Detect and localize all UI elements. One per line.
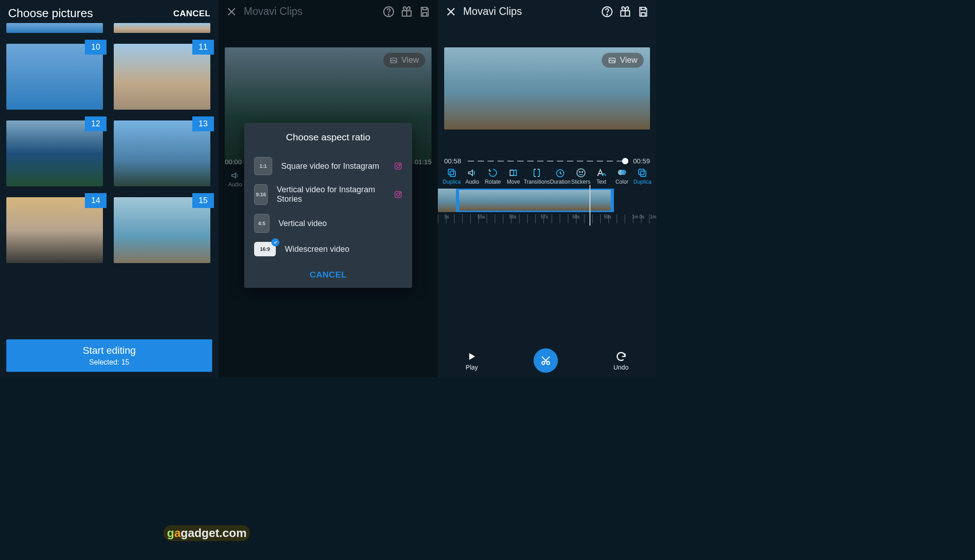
tool-text[interactable]: Text — [591, 167, 612, 185]
view-button[interactable]: View — [602, 53, 644, 68]
tool-rotate[interactable]: Rotate — [483, 167, 503, 185]
play-label: Play — [466, 364, 478, 371]
undo-button[interactable]: Undo — [613, 351, 628, 371]
app-title: Movavi Clips — [463, 5, 595, 18]
undo-label: Undo — [613, 364, 628, 371]
stickers-icon — [571, 167, 591, 179]
timeline-frame[interactable] — [510, 189, 535, 212]
option-label: Widescreen video — [285, 245, 402, 254]
timeline[interactable] — [438, 189, 656, 212]
svg-rect-24 — [639, 169, 644, 175]
clip-handle-right[interactable] — [611, 189, 614, 212]
tool-duplicate-right[interactable]: Duplica — [632, 167, 653, 185]
ruler-tick: 58s — [572, 214, 580, 219]
svg-rect-25 — [641, 171, 646, 176]
aspect-option-vertical-stories[interactable]: 9:16 Vertical video for Instagram Storie… — [244, 180, 412, 209]
ratio-chip: 9:16 — [254, 184, 268, 205]
picture-thumb[interactable]: 12 — [6, 120, 103, 186]
svg-rect-15 — [450, 171, 455, 176]
progress-row: 00:58 00:59 — [444, 157, 650, 165]
ruler-tick: 59s — [604, 214, 611, 219]
picture-grid: 10 11 12 13 14 15 — [0, 27, 218, 263]
instagram-icon — [394, 190, 402, 199]
svg-rect-16 — [510, 170, 514, 176]
move-icon — [503, 167, 524, 179]
tool-label: Transitions — [524, 179, 550, 185]
aspect-option-square[interactable]: 1:1 Square video for Instagram — [244, 153, 412, 180]
save-icon[interactable] — [637, 6, 649, 18]
svg-point-20 — [579, 171, 580, 172]
tool-label: Move — [503, 179, 524, 185]
view-label: View — [620, 56, 637, 65]
picture-thumb[interactable] — [114, 23, 210, 33]
picture-thumb[interactable]: 13 — [114, 120, 210, 186]
tool-label: Duplica — [632, 179, 653, 185]
audio-icon — [462, 167, 483, 179]
close-icon[interactable] — [445, 6, 457, 18]
option-label: Vertical video for Instagram Stories — [277, 185, 385, 204]
ratio-chip: 1:1 — [254, 157, 272, 175]
timeline-frame[interactable] — [438, 189, 456, 212]
playback-actions: Play Undo — [438, 348, 656, 373]
timeline-frame[interactable] — [484, 189, 510, 212]
ruler-tick: 56s — [509, 214, 516, 219]
selection-badge: 14 — [85, 193, 107, 208]
ruler-tick: 3s — [444, 214, 449, 219]
color-icon — [612, 167, 632, 179]
selection-badge: 10 — [85, 40, 107, 55]
gift-icon[interactable] — [619, 6, 631, 18]
help-icon[interactable] — [601, 6, 613, 18]
text-icon — [591, 167, 612, 179]
dialog-cancel-button[interactable]: CANCEL — [244, 261, 412, 286]
svg-point-23 — [621, 170, 626, 175]
picture-thumb[interactable]: 14 — [6, 197, 103, 263]
tool-transitions[interactable]: Transitions — [524, 167, 550, 185]
option-label: Vertical video — [279, 219, 402, 228]
tool-duplicate[interactable]: Duplica — [441, 167, 462, 185]
clip-handle-left[interactable] — [456, 189, 459, 212]
tool-color[interactable]: Color — [612, 167, 632, 185]
tool-label: Text — [591, 179, 612, 185]
selection-badge: 11 — [192, 40, 214, 55]
play-button[interactable]: Play — [466, 351, 478, 371]
timeline-frame[interactable] — [459, 189, 484, 212]
timeline-frame[interactable] — [535, 189, 560, 212]
dialog-title: Choose aspect ratio — [244, 123, 412, 153]
tool-label: Duplica — [441, 179, 462, 185]
selection-badge: 15 — [192, 193, 214, 208]
ruler-tick: 1m 0s — [632, 214, 644, 219]
selection-badge: 12 — [85, 116, 107, 131]
tool-label: Duration — [550, 179, 571, 185]
tool-audio[interactable]: Audio — [462, 167, 483, 185]
picture-thumb[interactable]: 10 — [6, 44, 103, 110]
start-editing-button[interactable]: Start editing Selected: 15 — [6, 339, 212, 372]
instagram-icon — [394, 162, 402, 170]
tool-label: Color — [612, 179, 632, 185]
svg-point-9 — [399, 192, 400, 193]
tool-move[interactable]: Move — [503, 167, 524, 185]
svg-point-8 — [397, 193, 400, 196]
tool-stickers[interactable]: Stickers — [571, 167, 591, 185]
picture-thumb[interactable]: 15 — [114, 197, 210, 263]
selected-count: Selected: 15 — [6, 358, 212, 366]
cancel-button[interactable]: CANCEL — [173, 9, 210, 19]
picture-thumb[interactable]: 11 — [114, 44, 210, 110]
picture-thumb[interactable] — [6, 23, 103, 33]
tool-label: Audio — [462, 179, 483, 185]
progress-slider[interactable] — [468, 161, 627, 162]
aspect-option-vertical[interactable]: 4:5 Vertical video — [244, 209, 412, 237]
slider-handle[interactable] — [622, 158, 628, 164]
tool-duration[interactable]: Duration — [550, 167, 571, 185]
aspect-option-widescreen[interactable]: 16:9 Widescreen video — [244, 237, 412, 261]
cut-button[interactable] — [534, 348, 558, 373]
ratio-value: 16:9 — [260, 246, 270, 252]
timeline-frame[interactable] — [560, 189, 585, 212]
ruler-tick: 57s — [541, 214, 548, 219]
svg-point-6 — [399, 164, 400, 165]
tool-label: Rotate — [483, 179, 503, 185]
ruler-tick: 1m — [650, 214, 656, 219]
duplicate-icon — [632, 167, 653, 179]
transitions-icon — [524, 167, 550, 179]
rotate-icon — [483, 167, 503, 179]
choose-pictures-panel: Choose pictures CANCEL 10 11 12 13 14 15… — [0, 0, 218, 377]
